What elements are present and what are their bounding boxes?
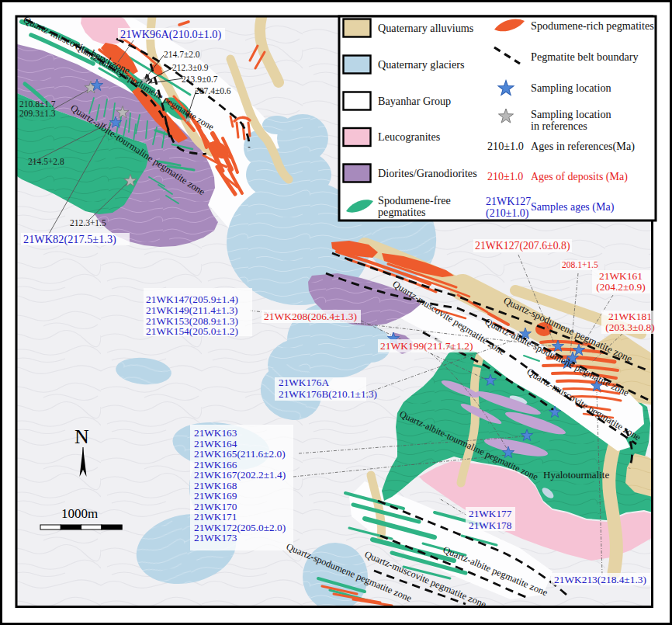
svg-text:21WK176A: 21WK176A	[279, 377, 329, 388]
svg-text:Ages of deposits (Ma): Ages of deposits (Ma)	[531, 171, 628, 183]
svg-text:(210±1.0): (210±1.0)	[486, 207, 529, 220]
svg-text:Ages in references(Ma): Ages in references(Ma)	[531, 140, 635, 153]
svg-text:210±1.0: 210±1.0	[487, 171, 523, 182]
svg-text:212.3±0.9: 212.3±0.9	[172, 63, 209, 72]
svg-text:(203.3±0.8): (203.3±0.8)	[605, 321, 655, 333]
svg-text:Spodumene-free: Spodumene-free	[378, 194, 451, 207]
svg-text:(204.2±0.9): (204.2±0.9)	[596, 281, 646, 293]
svg-text:21WK177: 21WK177	[469, 508, 512, 519]
svg-text:21WK147(205.9±1.4): 21WK147(205.9±1.4)	[146, 293, 238, 305]
svg-text:21WK82(217.5±1.3): 21WK82(217.5±1.3)	[23, 233, 116, 246]
svg-text:Pegmatite belt boundary: Pegmatite belt boundary	[531, 50, 639, 63]
svg-text:pegmatites: pegmatites	[378, 206, 426, 218]
svg-text:208.1+1.5: 208.1+1.5	[562, 260, 598, 269]
svg-text:21WK213(218.4±1.3): 21WK213(218.4±1.3)	[554, 574, 646, 585]
svg-text:Sampling location: Sampling location	[531, 82, 611, 94]
svg-text:21WK173: 21WK173	[194, 532, 237, 543]
svg-text:Leucogranites: Leucogranites	[378, 130, 441, 143]
svg-text:21WK176B(210.1±1.3): 21WK176B(210.1±1.3)	[279, 388, 377, 400]
svg-text:Bayanhar Group: Bayanhar Group	[378, 95, 451, 107]
svg-text:in references: in references	[531, 120, 587, 132]
svg-text:21WK96A(210.0±1.0): 21WK96A(210.0±1.0)	[120, 28, 221, 41]
svg-text:Sampling location: Sampling location	[531, 108, 611, 120]
svg-text:214.7±2.0: 214.7±2.0	[164, 50, 200, 59]
svg-text:210±1.0: 210±1.0	[487, 140, 524, 152]
svg-text:214.5+2.8: 214.5+2.8	[28, 157, 64, 166]
svg-text:21WK208(206.4±1.3): 21WK208(206.4±1.3)	[264, 311, 357, 322]
svg-text:Quaternary alluviums: Quaternary alluviums	[378, 22, 474, 34]
svg-text:21WK127: 21WK127	[486, 196, 531, 207]
svg-text:21WK181: 21WK181	[608, 311, 652, 322]
svg-text:21WK199(211.7±1.2): 21WK199(211.7±1.2)	[380, 340, 473, 352]
svg-text:1000m: 1000m	[61, 506, 98, 521]
svg-text:209.3±1.3: 209.3±1.3	[19, 109, 56, 118]
svg-text:21WK161: 21WK161	[599, 270, 643, 282]
svg-text:21WK127(207.6±0.8): 21WK127(207.6±0.8)	[475, 240, 570, 252]
svg-text:Diorites/Granodiorites: Diorites/Granodiorites	[378, 167, 477, 179]
svg-text:Samples ages (Ma): Samples ages (Ma)	[531, 201, 615, 214]
svg-text:212.3+1.5: 212.3+1.5	[70, 218, 106, 227]
svg-text:Spodumene-rich pegmatites: Spodumene-rich pegmatites	[531, 19, 654, 32]
svg-text:N: N	[74, 425, 89, 448]
svg-text:213.9±0.7: 213.9±0.7	[182, 75, 218, 84]
svg-text:210.8±1.7: 210.8±1.7	[19, 99, 56, 109]
svg-text:21WK178: 21WK178	[469, 519, 512, 531]
svg-text:Quaternary glaciers: Quaternary glaciers	[378, 58, 465, 71]
svg-text:21WK154(205.0±1.2): 21WK154(205.0±1.2)	[146, 325, 238, 337]
svg-text:Hyalotourmalite: Hyalotourmalite	[543, 469, 609, 481]
svg-text:207.4±0.6: 207.4±0.6	[195, 86, 231, 95]
